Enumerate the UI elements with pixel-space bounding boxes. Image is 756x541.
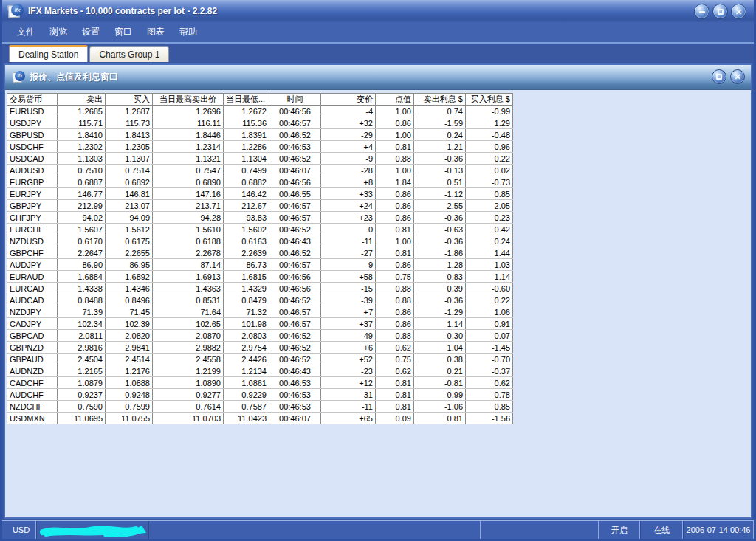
menu-item-help[interactable]: 帮助 — [172, 23, 205, 41]
quote-row-EURUSD[interactable]: EURUSD1.26851.26871.26961.267200:46:56-4… — [7, 106, 513, 117]
quote-row-NZDCHF[interactable]: NZDCHF0.75900.75990.76140.758700:46:53-1… — [7, 401, 513, 413]
pair-cell: EURCHF — [7, 224, 58, 235]
quote-row-USDMXN[interactable]: USDMXN11.069511.075511.070311.042300:46:… — [7, 413, 513, 424]
menu-item-browse[interactable]: 浏览 — [42, 23, 75, 41]
column-header-3[interactable]: 当日最高卖出价 — [153, 94, 224, 106]
high-cell: 0.6890 — [153, 176, 224, 188]
column-header-9[interactable]: 买入利息 $ — [466, 94, 513, 106]
quotes-maximize-button[interactable] — [712, 69, 726, 84]
time-cell: 00:46:52 — [269, 354, 321, 365]
time-cell: 00:46:53 — [269, 377, 321, 389]
column-header-2[interactable]: 买入 — [106, 94, 153, 106]
quote-row-AUDUSD[interactable]: AUDUSD0.75100.75140.75470.749900:46:07-2… — [7, 165, 513, 176]
quote-row-EURGBP[interactable]: EURGBP0.68870.68920.68900.688200:46:56+8… — [7, 176, 513, 188]
time-cell: 00:46:52 — [269, 224, 321, 235]
sell-interest-cell: -0.81 — [414, 377, 466, 389]
quote-row-USDCHF[interactable]: USDCHF1.23021.23051.23141.228600:46:53+4… — [7, 141, 513, 153]
pair-cell: NZDUSD — [7, 235, 58, 247]
sell-cell: 0.9237 — [58, 389, 106, 401]
buy-cell: 115.73 — [106, 117, 153, 129]
buy-cell: 1.0888 — [106, 377, 153, 389]
change-cell: +4 — [321, 141, 376, 153]
quote-row-GBPUSD[interactable]: GBPUSD1.84101.84131.84461.839100:46:52-2… — [7, 129, 513, 141]
pair-cell: GBPJPY — [7, 200, 58, 212]
quote-row-AUDCHF[interactable]: AUDCHF0.92370.92480.92770.922900:46:53-3… — [7, 389, 513, 401]
quote-row-AUDJPY[interactable]: AUDJPY86.9086.9587.1486.7300:46:57-90.86… — [7, 259, 513, 271]
quote-row-CADCHF[interactable]: CADCHF1.08791.08881.08901.086100:46:53+1… — [7, 377, 513, 389]
quote-row-EURJPY[interactable]: EURJPY146.77146.81147.16146.4200:46:55+3… — [7, 188, 513, 200]
workspace: ifx 报价、点值及利息窗口 ✕ 交易货币卖出买入当日最高卖出价当日最低...时… — [2, 62, 754, 520]
quote-row-GBPCHF[interactable]: GBPCHF2.26472.26552.26782.263900:46:52-2… — [7, 247, 513, 259]
quotes-close-button[interactable]: ✕ — [730, 69, 745, 84]
minimize-button[interactable] — [694, 4, 709, 19]
quote-row-GBPCAD[interactable]: GBPCAD2.08112.08202.08702.080300:46:52-4… — [7, 330, 513, 342]
quote-row-CADJPY[interactable]: CADJPY102.34102.39102.65101.9800:46:57+3… — [7, 318, 513, 330]
buy-cell: 213.07 — [106, 200, 153, 212]
sell-interest-cell: -0.30 — [414, 330, 466, 342]
maximize-button[interactable] — [712, 4, 728, 19]
quote-row-CHFJPY[interactable]: CHFJPY94.0294.0994.2893.8300:46:57+230.8… — [7, 212, 513, 224]
sell-interest-cell: -1.86 — [414, 247, 466, 259]
point-value-cell: 0.09 — [376, 413, 414, 424]
menu-item-settings[interactable]: 设置 — [75, 23, 107, 41]
column-header-7[interactable]: 点值 — [376, 94, 414, 106]
sell-cell: 115.71 — [58, 117, 106, 129]
buy-cell: 1.2305 — [106, 141, 153, 153]
close-button[interactable]: ✕ — [731, 4, 746, 19]
column-header-0[interactable]: 交易货币 — [7, 94, 58, 106]
sell-cell: 71.39 — [58, 306, 106, 318]
pair-cell: EURCAD — [7, 283, 58, 294]
quote-row-GBPJPY[interactable]: GBPJPY212.99213.07213.71212.6700:46:57+2… — [7, 200, 513, 212]
quote-row-NZDUSD[interactable]: NZDUSD0.61700.61750.61880.616300:46:43-1… — [7, 235, 513, 247]
status-open-toggle[interactable]: 开启 — [599, 521, 640, 539]
high-cell: 2.0870 — [153, 330, 224, 342]
low-cell: 2.9754 — [224, 342, 269, 354]
change-cell: 0 — [321, 224, 376, 235]
high-cell: 102.65 — [153, 318, 224, 330]
column-header-1[interactable]: 卖出 — [58, 94, 106, 106]
quote-row-GBPNZD[interactable]: GBPNZD2.98162.98412.98822.975400:46:52+6… — [7, 342, 513, 354]
quote-row-AUDNZD[interactable]: AUDNZD1.21651.21761.21991.213400:46:43-2… — [7, 365, 513, 377]
sell-cell: 86.90 — [58, 259, 106, 271]
high-cell: 0.7547 — [153, 165, 224, 176]
quote-row-USDJPY[interactable]: USDJPY115.71115.73116.11115.3600:46:57+3… — [7, 117, 513, 129]
column-header-4[interactable]: 当日最低... — [224, 94, 269, 106]
menu-item-charts[interactable]: 图表 — [140, 23, 172, 41]
point-value-cell: 1.00 — [376, 129, 414, 141]
quote-row-EURCHF[interactable]: EURCHF1.56071.56121.56101.560200:46:5200… — [7, 224, 513, 235]
tab-charts-group-1[interactable]: Charts Group 1 — [89, 46, 169, 62]
tab-dealing-station[interactable]: Dealing Station — [9, 45, 88, 62]
column-header-8[interactable]: 卖出利息 $ — [414, 94, 466, 106]
quote-row-EURAUD[interactable]: EURAUD1.68841.68921.69131.681500:46:56+5… — [7, 271, 513, 283]
buy-cell: 102.39 — [106, 318, 153, 330]
sell-interest-cell: -0.36 — [414, 153, 466, 165]
quote-row-NZDJPY[interactable]: NZDJPY71.3971.4571.6471.3200:46:57+70.86… — [7, 306, 513, 318]
sell-interest-cell: -0.99 — [414, 389, 466, 401]
column-header-6[interactable]: 变价 — [321, 94, 376, 106]
pair-cell: EURGBP — [7, 176, 58, 188]
quote-row-USDCAD[interactable]: USDCAD1.13031.13071.13211.130400:46:52-9… — [7, 153, 513, 165]
time-cell: 00:46:53 — [269, 389, 321, 401]
time-cell: 00:46:52 — [269, 294, 321, 306]
quote-row-AUDCAD[interactable]: AUDCAD0.84880.84960.85310.847900:46:52-3… — [7, 294, 513, 306]
sell-interest-cell: -1.29 — [414, 306, 466, 318]
buy-interest-cell: 0.78 — [466, 389, 513, 401]
menu-item-file[interactable]: 文件 — [10, 23, 42, 41]
menu-item-window[interactable]: 窗口 — [107, 23, 140, 41]
low-cell: 1.2672 — [224, 106, 269, 117]
quotes-window-title-bar[interactable]: ifx 报价、点值及利息窗口 ✕ — [5, 65, 751, 90]
sell-cell: 1.4338 — [58, 283, 106, 294]
buy-interest-cell: 0.23 — [466, 212, 513, 224]
point-value-cell: 0.86 — [376, 212, 414, 224]
column-header-5[interactable]: 时间 — [269, 94, 321, 106]
low-cell: 1.5602 — [224, 224, 269, 235]
status-online-toggle[interactable]: 在线 — [640, 521, 683, 539]
buy-cell: 71.45 — [106, 306, 153, 318]
sell-interest-cell: -1.59 — [414, 117, 466, 129]
sell-interest-cell: 0.39 — [414, 283, 466, 294]
pair-cell: AUDNZD — [7, 365, 58, 377]
quote-row-GBPAUD[interactable]: GBPAUD2.45042.45142.45582.442600:46:52+5… — [7, 354, 513, 365]
title-bar[interactable]: ifx IFX Markets - 10,000 contracts per l… — [2, 0, 754, 22]
high-cell: 2.4558 — [153, 354, 224, 365]
quote-row-EURCAD[interactable]: EURCAD1.43381.43461.43631.432900:46:56-1… — [7, 283, 513, 294]
